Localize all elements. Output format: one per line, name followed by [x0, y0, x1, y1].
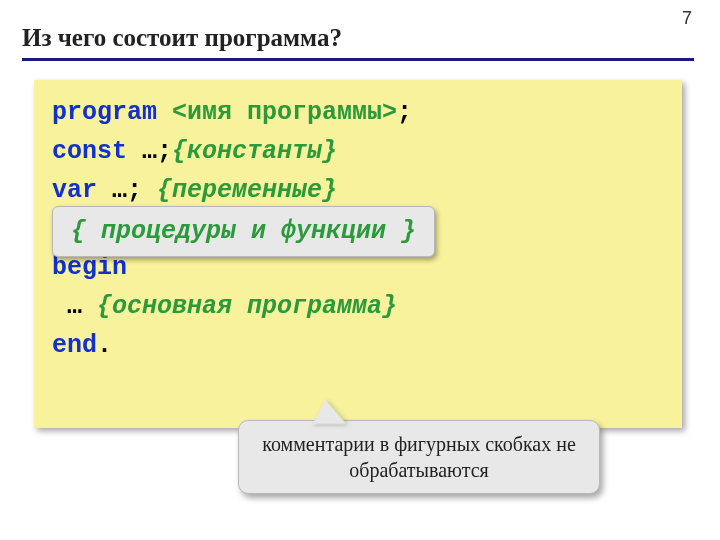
page-number: 7 — [682, 8, 692, 29]
keyword-const: const — [52, 137, 142, 166]
code-line-const: const …;{константы} — [52, 133, 664, 172]
comment-main-program: {основная программа} — [97, 292, 397, 321]
program-name-placeholder: <имя программы> — [172, 98, 397, 127]
callout-tail — [312, 400, 351, 424]
var-body: …; — [112, 176, 157, 205]
title-underline — [22, 58, 694, 61]
code-line-var: var …; {переменные} — [52, 172, 664, 211]
comment-variables: {переменные} — [157, 176, 337, 205]
keyword-var: var — [52, 176, 112, 205]
main-body: … — [52, 292, 97, 321]
code-line-end: end. — [52, 327, 664, 366]
keyword-program: program — [52, 98, 172, 127]
code-line-program: program <имя программы>; — [52, 94, 664, 133]
end-dot: . — [97, 331, 112, 360]
semicolon: ; — [397, 98, 412, 127]
const-body: …; — [142, 137, 172, 166]
code-line-main: … {основная программа} — [52, 288, 664, 327]
callout-procedures: { процедуры и функции } — [52, 206, 435, 257]
callout-comments: комментарии в фигурных скобках не обраба… — [238, 420, 600, 494]
slide-title: Из чего состоит программа? — [22, 24, 342, 52]
comment-constants: {константы} — [172, 137, 337, 166]
keyword-end: end — [52, 331, 97, 360]
keyword-begin: begin — [52, 253, 127, 282]
